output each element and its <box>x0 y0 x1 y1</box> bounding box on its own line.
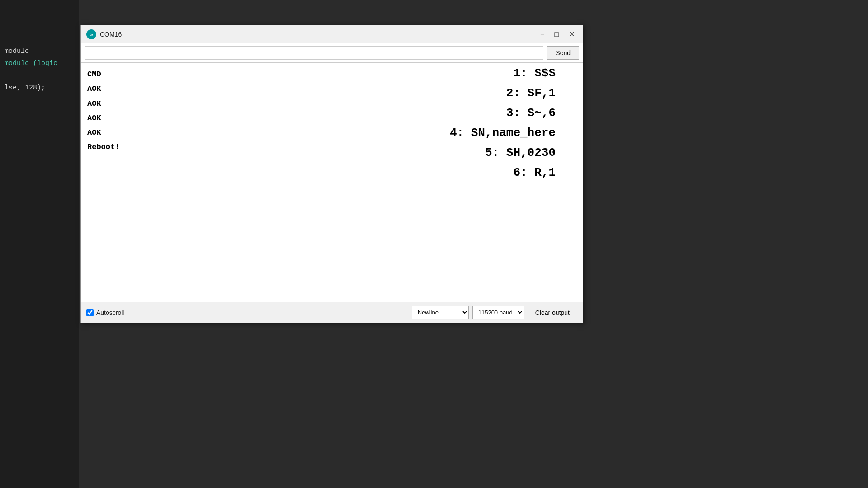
output-right-panel: 1: $$$ 2: SF,1 3: S~,6 4: SN,name_here 5… <box>450 67 556 187</box>
title-bar: ∞ COM16 − □ ✕ <box>81 25 583 43</box>
serial-input[interactable] <box>85 46 543 60</box>
output-left-panel: CMD AOK AOK AOK AOK Reboot! <box>87 67 119 155</box>
output-line-aok3: AOK <box>87 111 119 126</box>
autoscroll-label[interactable]: Autoscroll <box>96 309 124 316</box>
send-button[interactable]: Send <box>547 46 579 60</box>
bg-code-line-4: lse, 128); <box>5 82 75 94</box>
output-line-aok2: AOK <box>87 97 119 111</box>
arduino-logo: ∞ <box>86 29 96 39</box>
bg-code-line-3 <box>5 70 75 82</box>
autoscroll-area: Autoscroll <box>86 309 124 316</box>
logo-text: ∞ <box>90 32 93 37</box>
window-title: COM16 <box>100 31 122 38</box>
output-line-reboot: Reboot! <box>87 140 119 155</box>
status-bar: Autoscroll Newline No line ending Carria… <box>81 302 583 323</box>
bg-code-line-2: module (logic <box>5 57 75 70</box>
clear-output-button[interactable]: Clear output <box>528 306 577 319</box>
output-cmd-5: 5: SH,0230 <box>485 147 556 159</box>
output-line-aok4: AOK <box>87 126 119 140</box>
output-cmd-4: 4: SN,name_here <box>450 127 556 139</box>
output-cmd-2: 2: SF,1 <box>506 87 556 99</box>
output-area: CMD AOK AOK AOK AOK Reboot! 1: $$$ 2: SF… <box>81 63 583 302</box>
output-cmd-1: 1: $$$ <box>513 67 556 79</box>
title-bar-controls: − □ ✕ <box>538 30 577 39</box>
bg-code-line-1: module <box>5 45 75 57</box>
close-button[interactable]: ✕ <box>566 30 577 39</box>
output-cmd-6: 6: R,1 <box>513 167 556 178</box>
serial-monitor-window: ∞ COM16 − □ ✕ Send CMD AOK AOK AOK AOK R… <box>80 25 583 323</box>
title-bar-left: ∞ COM16 <box>86 29 122 39</box>
output-cmd-3: 3: S~,6 <box>506 107 556 119</box>
input-bar: Send <box>81 43 583 63</box>
baud-select[interactable]: 300 baud 1200 baud 2400 baud 4800 baud 9… <box>472 306 524 319</box>
output-line-aok1: AOK <box>87 82 119 96</box>
background-code-panel: module module (logic lse, 128); <box>0 0 79 488</box>
status-bar-right: Newline No line ending Carriage return B… <box>412 306 577 319</box>
output-line-cmd: CMD <box>87 67 119 82</box>
autoscroll-checkbox[interactable] <box>86 309 94 316</box>
maximize-button[interactable]: □ <box>552 30 561 39</box>
newline-select[interactable]: Newline No line ending Carriage return B… <box>412 306 469 319</box>
minimize-button[interactable]: − <box>538 30 547 39</box>
